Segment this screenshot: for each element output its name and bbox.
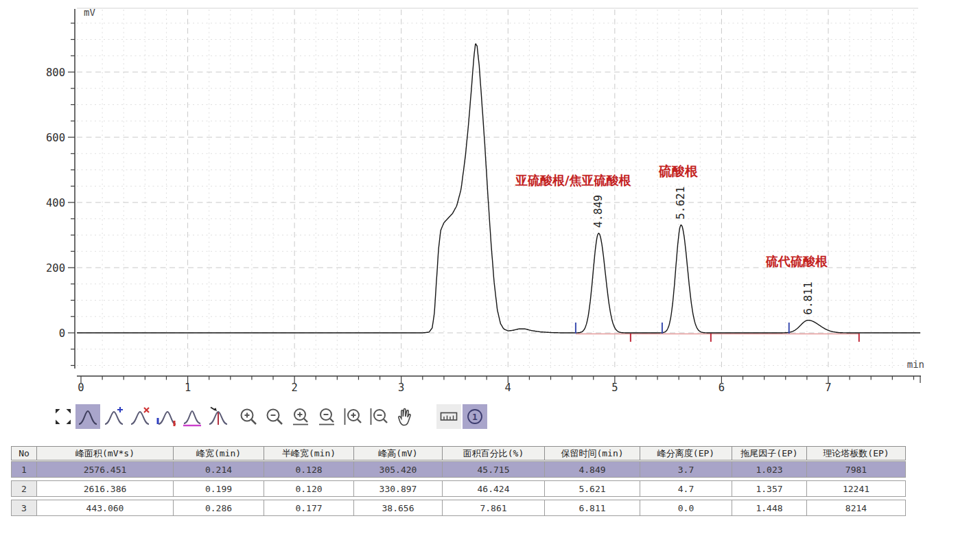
table-row[interactable]: 22616.3860.1990.120330.89746.4245.6214.7… (11, 480, 914, 497)
zoom-out-button[interactable] (262, 404, 287, 429)
table-cell: 305.420 (353, 461, 443, 478)
table-header-cell: 峰高(mV) (353, 446, 443, 460)
table-cell: 4.7 (640, 480, 732, 497)
table-cell: 5.621 (544, 480, 640, 497)
zoom-in-icon (238, 406, 259, 427)
peak-rt-label: 5.621 (674, 187, 687, 220)
fit-view-icon (55, 408, 71, 425)
peak-tool-button[interactable] (75, 404, 100, 429)
zoom-out-horizontal-button[interactable] (314, 404, 339, 429)
zoom-out-vertical-button[interactable] (366, 404, 391, 429)
table-cell: 12241 (806, 480, 906, 497)
pan-hand-icon (395, 406, 415, 427)
y-tick-label: 0 (59, 327, 65, 340)
table-cell: 45.715 (442, 461, 545, 478)
zoom-in-button[interactable] (236, 404, 261, 429)
zoom-out-vertical-icon (369, 406, 389, 427)
y-tick-label: 400 (46, 197, 65, 209)
x-tick-label: 1 (185, 382, 191, 394)
add-peak-icon (104, 406, 124, 427)
table-cell: 2576.451 (36, 461, 174, 478)
y-tick-label: 200 (46, 262, 65, 275)
zoom-in-vertical-icon (342, 406, 363, 427)
x-tick-label: 7 (825, 382, 831, 394)
set-peak-bounds-icon (156, 406, 176, 427)
table-row[interactable]: 3443.0600.2860.17738.6567.8616.8110.01.4… (11, 500, 914, 516)
measure-ruler-button[interactable] (436, 404, 461, 429)
table-cell: 6.811 (544, 500, 640, 516)
delete-peak-button[interactable] (128, 404, 152, 429)
table-header-cell: 保留时间(min) (544, 446, 640, 460)
x-tick-label: 2 (291, 382, 297, 394)
x-tick-label: 0 (78, 382, 84, 394)
table-cell: 1 (11, 461, 37, 478)
table-header-cell: 理论塔板数(EP) (806, 446, 906, 460)
overlay-view-1-button[interactable]: 1 (463, 404, 487, 429)
circled-1-icon: 1 (465, 406, 485, 427)
table-header-cell: 峰分离度(EP) (640, 446, 732, 460)
x-axis-unit-label: min (907, 359, 924, 370)
y-axis-unit-label: mV (84, 7, 95, 18)
ruler-icon (439, 406, 459, 427)
table-cell: 330.897 (353, 480, 443, 497)
table-header-cell: No (11, 446, 37, 460)
table-header-row: No峰面积(mV*s)峰宽(min)半峰宽(min)峰高(mV)面积百分比(%)… (11, 446, 914, 460)
svg-text:1: 1 (472, 412, 478, 422)
table-cell: 7.861 (442, 500, 545, 516)
pan-hand-button[interactable] (393, 404, 417, 429)
x-tick-label: 4 (505, 382, 511, 394)
split-peak-button[interactable] (206, 404, 231, 429)
table-cell: 443.060 (36, 500, 174, 516)
zoom-out-horizontal-icon (316, 406, 337, 427)
peak-label-sulfite: 亚硫酸根/焦亚硫酸根 (515, 172, 631, 189)
x-tick-label: 3 (398, 382, 404, 394)
table-cell: 38.656 (353, 500, 443, 516)
delete-peak-icon (130, 406, 150, 427)
table-cell: 2616.386 (36, 480, 174, 497)
table-cell: 0.0 (640, 500, 732, 516)
set-baseline-icon (182, 406, 202, 427)
table-cell: 3 (11, 500, 37, 516)
table-row[interactable]: 12576.4510.2140.128305.42045.7154.8493.7… (11, 461, 914, 478)
plot-toolbar: 1 (55, 402, 489, 431)
table-cell: 3.7 (640, 461, 732, 478)
table-cell: 8214 (806, 500, 906, 516)
x-tick-label: 5 (611, 382, 618, 394)
table-cell: 0.214 (173, 461, 264, 478)
table-cell: 1.448 (732, 500, 807, 516)
table-header-cell: 峰宽(min) (173, 446, 264, 460)
table-cell: 0.128 (264, 461, 354, 478)
table-cell: 2 (11, 480, 37, 497)
table-cell: 7981 (806, 461, 906, 478)
fit-view-button[interactable] (55, 408, 71, 425)
table-cell: 1.357 (732, 480, 807, 497)
table-cell: 4.849 (544, 461, 640, 478)
table-header-cell: 半峰宽(min) (264, 446, 354, 460)
zoom-in-vertical-button[interactable] (340, 404, 365, 429)
split-peak-icon (208, 406, 229, 427)
set-baseline-button[interactable] (180, 404, 205, 429)
zoom-in-horizontal-icon (290, 406, 311, 427)
peak-rt-label: 4.849 (592, 195, 605, 228)
chromatography-workstation: 4.8495.6216.8110200400600800mV01234567mi… (0, 0, 958, 560)
table-cell: 0.177 (264, 500, 354, 516)
table-header-cell: 峰面积(mV*s) (36, 446, 174, 460)
peak-results-table: No峰面积(mV*s)峰宽(min)半峰宽(min)峰高(mV)面积百分比(%)… (11, 446, 914, 519)
peak-rt-label: 6.811 (802, 281, 815, 314)
peak-icon (78, 406, 98, 427)
y-tick-label: 800 (46, 67, 65, 79)
zoom-out-icon (264, 406, 285, 427)
table-cell: 1.023 (732, 461, 807, 478)
table-header-cell: 拖尾因子(EP) (732, 446, 807, 460)
table-cell: 0.199 (173, 480, 264, 497)
chromatogram-plot[interactable]: 4.8495.6216.8110200400600800mV01234567mi… (0, 0, 958, 399)
zoom-in-horizontal-button[interactable] (288, 404, 313, 429)
table-cell: 0.286 (173, 500, 264, 516)
set-peak-bounds-button[interactable] (154, 404, 178, 429)
x-tick-label: 6 (718, 382, 725, 394)
table-header-cell: 面积百分比(%) (442, 446, 545, 460)
chromatogram-curve (77, 44, 920, 333)
y-tick-label: 600 (46, 132, 65, 144)
table-cell: 46.424 (442, 480, 545, 497)
add-peak-button[interactable] (102, 404, 126, 429)
